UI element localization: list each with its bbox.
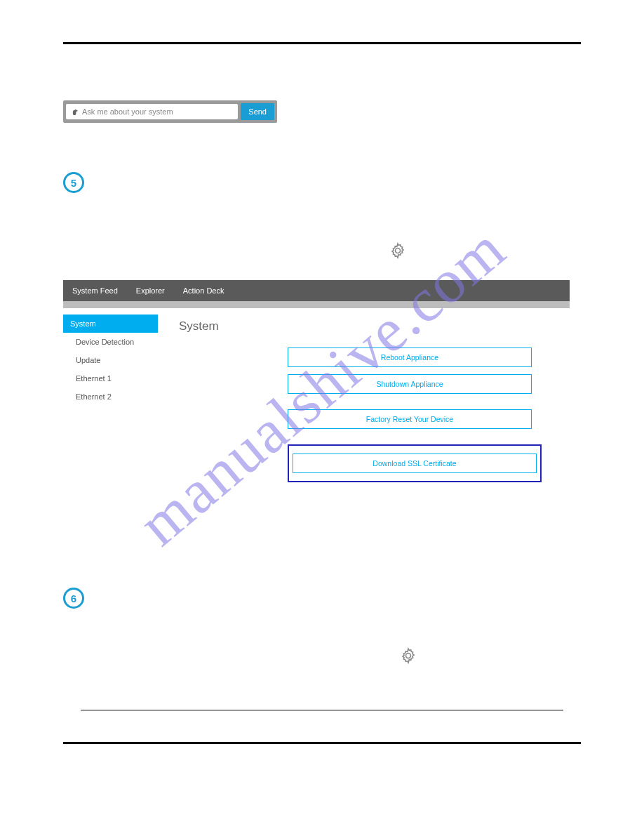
sidebar-item-update[interactable]: Update <box>63 351 158 369</box>
bottom-rule-thick <box>63 742 581 744</box>
app-screenshot: System Feed Explorer Action Deck System … <box>63 280 570 510</box>
dog-icon <box>72 108 79 116</box>
sidebar-item-system[interactable]: System <box>63 315 158 333</box>
divider <box>63 301 570 308</box>
sidebar-item-device-detection[interactable]: Device Detection <box>63 333 158 351</box>
reboot-appliance-button[interactable]: Reboot Appliance <box>288 348 532 367</box>
page-title: System <box>179 319 549 333</box>
step-5-number: 5 <box>71 177 76 189</box>
topbar: System Feed Explorer Action Deck <box>63 280 570 301</box>
tab-action-deck[interactable]: Action Deck <box>174 280 234 301</box>
main-panel: System Reboot Appliance Shutdown Applian… <box>158 308 570 510</box>
bottom-rule-thin <box>81 710 563 710</box>
step-6-marker: 6 <box>63 588 84 609</box>
highlight-frame: Download SSL Certificate <box>288 444 542 482</box>
shutdown-appliance-button[interactable]: Shutdown Appliance <box>288 374 532 394</box>
gear-icon-1 <box>389 242 581 259</box>
sidebar-item-ethernet-2[interactable]: Ethernet 2 <box>63 388 158 406</box>
sidebar: System Device Detection Update Ethernet … <box>63 308 158 510</box>
tab-system-feed[interactable]: System Feed <box>63 280 127 301</box>
step-6-number: 6 <box>71 593 76 604</box>
gear-icon <box>400 647 581 664</box>
factory-reset-button[interactable]: Factory Reset Your Device <box>288 409 532 429</box>
search-widget: Ask me about your system Send <box>63 100 277 123</box>
gear-icon-2 <box>400 647 581 664</box>
sidebar-item-ethernet-1[interactable]: Ethernet 1 <box>63 369 158 388</box>
gear-icon <box>389 242 581 259</box>
tab-explorer[interactable]: Explorer <box>127 280 174 301</box>
search-placeholder: Ask me about your system <box>82 107 173 116</box>
top-rule <box>63 42 581 44</box>
send-button[interactable]: Send <box>241 103 274 120</box>
search-input[interactable]: Ask me about your system <box>66 104 238 119</box>
download-ssl-certificate-button[interactable]: Download SSL Certificate <box>293 454 537 473</box>
step-5-marker: 5 <box>63 172 84 193</box>
